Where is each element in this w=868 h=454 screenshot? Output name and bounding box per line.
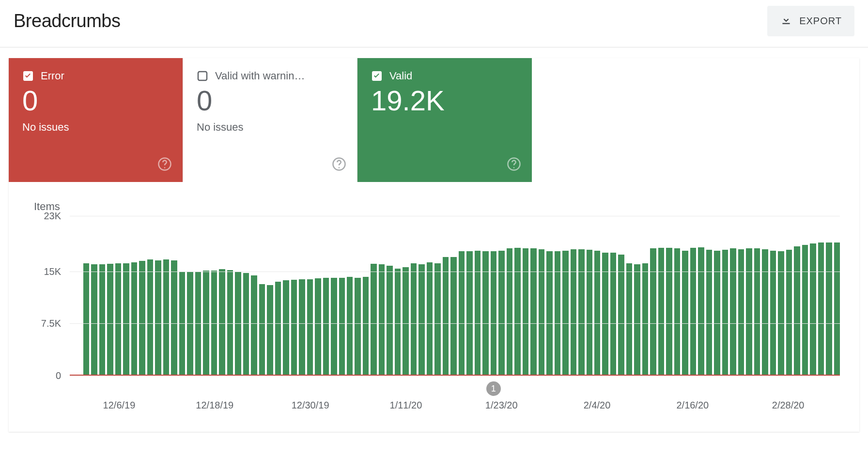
chart-bar [762, 249, 768, 376]
chart-bar [658, 248, 664, 376]
chart-bar [379, 264, 385, 376]
export-button[interactable]: EXPORT [767, 6, 854, 36]
items-chart: Items 23K15K7.5K0 1 12/6/1912/18/1912/30… [9, 182, 859, 432]
chart-bar [690, 248, 696, 376]
chart-bar [754, 248, 760, 376]
chart-bar [123, 263, 129, 376]
chart-bar [139, 261, 145, 376]
chart-bar [163, 259, 169, 376]
card-subtext: No issues [197, 121, 343, 134]
chart-bar [418, 264, 424, 376]
chart-bar [315, 278, 321, 376]
chart-bar [555, 251, 560, 376]
chart-bar [403, 267, 408, 376]
chart-bar [530, 248, 536, 376]
chart-bar [434, 263, 440, 376]
svg-point-2 [164, 167, 166, 168]
checkbox-unchecked-icon [197, 70, 208, 82]
x-tick: 1/23/20 [485, 400, 518, 411]
y-tick: 15K [23, 266, 61, 277]
card-count: 0 [197, 85, 343, 116]
chart-bar [411, 263, 417, 376]
chart-bar [131, 262, 137, 376]
chart-bar [770, 251, 776, 376]
y-tick: 23K [23, 211, 61, 222]
chart-bar [714, 251, 720, 376]
chart-bar [562, 251, 568, 376]
chart-bar [267, 285, 273, 376]
help-icon[interactable] [332, 157, 346, 173]
chart-bar [363, 277, 369, 376]
chart-bar [387, 266, 392, 376]
chart-bar [323, 278, 329, 376]
chart-bar [347, 277, 353, 376]
chart-bar [307, 279, 313, 376]
chart-bar [275, 282, 281, 376]
card-subtext: No issues [22, 121, 169, 134]
card-label: Valid [389, 70, 412, 82]
checkbox-checked-icon [371, 70, 383, 82]
x-tick: 12/18/19 [196, 400, 233, 411]
chart-bar [355, 278, 360, 376]
chart-bar [115, 263, 121, 376]
chart-bar [514, 248, 520, 376]
chart-bar [546, 251, 552, 376]
chart-bar [642, 263, 648, 376]
chart-bar [786, 250, 792, 376]
chart-bar [794, 246, 800, 376]
chart-bar [251, 275, 257, 376]
chart-bar [539, 249, 544, 376]
chart-bar [738, 249, 744, 376]
chart-marker[interactable]: 1 [486, 381, 501, 396]
chart-bar [450, 257, 456, 376]
chart-bar [91, 264, 97, 376]
status-cards: Error 0 No issues Valid with warnin… [9, 58, 859, 182]
chart-bar [523, 248, 528, 376]
chart-bar [482, 251, 488, 376]
chart-bar [834, 242, 840, 376]
chart-bar [650, 248, 656, 376]
help-icon[interactable] [157, 157, 172, 173]
chart-bar [634, 264, 640, 376]
status-card-error[interactable]: Error 0 No issues [9, 58, 183, 182]
chart-bar [810, 243, 816, 376]
chart-bar [746, 248, 752, 376]
card-label: Error [41, 70, 64, 82]
chart-bar [698, 247, 704, 376]
chart-bar [778, 251, 784, 376]
y-tick: 0 [23, 370, 61, 381]
status-card-warning[interactable]: Valid with warnin… 0 No issues [183, 58, 357, 182]
x-tick: 12/30/19 [292, 400, 329, 411]
svg-point-8 [513, 167, 515, 168]
chart-bar [331, 278, 337, 376]
chart-bar [299, 279, 305, 376]
chart-title: Items [34, 200, 845, 213]
chart-bar [283, 280, 289, 376]
x-tick: 2/4/20 [584, 400, 611, 411]
chart-bar [466, 251, 472, 376]
x-tick: 2/28/20 [772, 400, 805, 411]
y-tick: 7.5K [23, 318, 61, 329]
chart-bar [99, 264, 105, 376]
chart-bar [730, 248, 736, 376]
chart-bar [578, 249, 584, 376]
card-count: 19.2K [371, 85, 518, 116]
x-tick: 1/11/20 [390, 400, 422, 411]
chart-plot: 23K15K7.5K0 1 [23, 216, 845, 376]
checkbox-checked-icon [22, 70, 34, 82]
status-card-valid[interactable]: Valid 19.2K [357, 58, 532, 182]
chart-bar [371, 264, 376, 376]
chart-bar [475, 251, 480, 376]
chart-bar [618, 255, 624, 376]
chart-bar [571, 249, 576, 376]
chart-bar [587, 250, 592, 376]
chart-bar [507, 248, 512, 376]
help-icon[interactable] [507, 157, 521, 173]
chart-bar [818, 242, 824, 376]
export-label: EXPORT [799, 15, 842, 27]
download-icon [780, 14, 792, 29]
card-label: Valid with warnin… [215, 70, 305, 82]
chart-bar [155, 260, 161, 376]
x-tick: 2/16/20 [676, 400, 709, 411]
chart-bar [147, 259, 153, 376]
